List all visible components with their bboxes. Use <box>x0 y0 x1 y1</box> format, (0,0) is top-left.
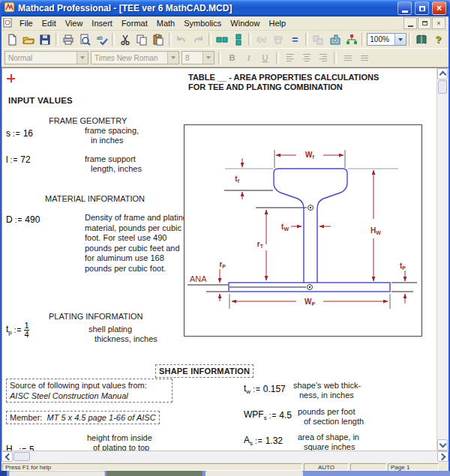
auto-mode-indicator: AUTO <box>304 463 349 471</box>
heading-input-values[interactable]: INPUT VALUES <box>8 96 73 105</box>
source-note-region[interactable]: Source of following input values from: A… <box>6 379 172 403</box>
horizontal-scrollbar[interactable] <box>2 451 448 463</box>
maximize-button[interactable] <box>415 1 429 15</box>
style-dropdown-button[interactable] <box>76 52 88 64</box>
mathconnex-icon <box>346 34 358 46</box>
font-size-value: 8 <box>185 54 190 62</box>
font-select[interactable]: Times New Roman <box>91 51 179 64</box>
open-file-button[interactable] <box>20 32 36 47</box>
copy-icon <box>136 34 148 46</box>
menu-edit[interactable]: Edit <box>38 18 61 28</box>
math-region-tw[interactable]: tw :=0.157 <box>244 383 286 395</box>
spell-check-button[interactable]: ab <box>94 32 110 47</box>
text-region[interactable]: frame spacing,in inches <box>85 126 139 145</box>
heading-shape-information[interactable]: SHAPE INFORMATION <box>155 364 254 378</box>
new-file-button[interactable] <box>4 32 20 47</box>
print-button[interactable] <box>61 32 76 47</box>
menu-format[interactable]: Format <box>117 18 152 28</box>
align-across-button[interactable] <box>214 32 230 47</box>
bullet-list-button[interactable] <box>340 51 355 64</box>
text-region[interactable]: shape's web thick-ness, in inches <box>293 381 361 400</box>
status-message: Press F1 for help <box>2 463 302 471</box>
help-button[interactable]: ? <box>430 32 446 47</box>
math-region-As[interactable]: As :=1.32 <box>244 435 283 447</box>
text-region[interactable]: area of shape, insquare inches <box>298 433 359 451</box>
paste-button[interactable] <box>150 32 166 47</box>
scroll-down-button[interactable] <box>437 439 448 451</box>
font-dropdown-button[interactable] <box>167 52 178 64</box>
vertical-scrollbar[interactable] <box>436 68 448 451</box>
font-size-select[interactable]: 8 <box>182 51 214 64</box>
italic-button[interactable]: I <box>242 51 256 64</box>
calculate-button[interactable]: = <box>287 32 303 47</box>
heading-frame-geometry[interactable]: FRAME GEOMETRY <box>49 116 127 125</box>
font-size-dropdown-button[interactable] <box>202 52 214 64</box>
align-right-button[interactable] <box>316 51 330 64</box>
vertical-scroll-thumb[interactable] <box>438 80 447 94</box>
taskbar-button-1[interactable] <box>9 471 105 476</box>
window-title: Mathcad Professional - [TEE ver 6 MathCA… <box>18 3 394 13</box>
toolbar-separator <box>248 33 251 46</box>
scroll-up-button[interactable] <box>437 68 448 79</box>
resize-grip[interactable] <box>440 463 448 471</box>
menu-math[interactable]: Math <box>152 18 179 28</box>
text-region[interactable]: frame supportlength, inches <box>85 154 142 174</box>
bold-button[interactable]: B <box>225 51 239 64</box>
child-restore-button[interactable] <box>418 17 431 29</box>
close-button[interactable]: × <box>432 1 446 15</box>
undo-button[interactable] <box>174 32 190 47</box>
text-region[interactable]: pounds per footof section length <box>298 407 364 427</box>
numbered-list-button[interactable] <box>357 51 371 64</box>
zoom-dropdown-button[interactable] <box>394 34 406 45</box>
scroll-left-button[interactable] <box>2 451 13 462</box>
menu-view[interactable]: View <box>61 18 88 28</box>
copy-button[interactable] <box>134 32 149 47</box>
mathconnex-button[interactable] <box>344 32 359 47</box>
math-region-Hw[interactable]: Hw :=5 <box>6 444 34 451</box>
align-left-button[interactable] <box>283 51 297 64</box>
text-region[interactable]: shell platingthickness, inches <box>88 325 158 344</box>
insert-function-button[interactable]: f(x) <box>254 32 269 47</box>
align-down-button[interactable] <box>230 32 246 47</box>
toolbar-separator <box>334 52 337 64</box>
minimize-button[interactable] <box>398 1 412 15</box>
menu-insert[interactable]: Insert <box>87 18 117 28</box>
child-minimize-button[interactable] <box>404 17 417 29</box>
menu-help[interactable]: Help <box>264 18 290 28</box>
redo-button[interactable] <box>190 32 206 47</box>
save-button[interactable] <box>37 32 52 47</box>
scroll-right-button[interactable] <box>437 451 448 462</box>
heading-plating-information[interactable]: PLATING INFORMATION <box>49 312 143 321</box>
resource-center-button[interactable] <box>413 32 429 47</box>
insert-unit-button[interactable] <box>270 32 286 47</box>
worksheet[interactable]: TABLE __ - AREA PROPERTIES CALCULATIONS … <box>2 67 448 451</box>
zoom-select[interactable]: 100% <box>367 33 406 46</box>
align-down-icon <box>232 34 244 46</box>
taskbar-button-2[interactable] <box>106 471 202 476</box>
math-region-tp[interactable]: tp := 14 <box>6 322 29 339</box>
math-region-D[interactable]: D:=490 <box>6 214 40 225</box>
horizontal-scroll-thumb[interactable] <box>14 452 30 461</box>
math-region-l[interactable]: l:=72 <box>6 154 31 165</box>
menu-window[interactable]: Window <box>226 18 264 28</box>
math-region-WPFs[interactable]: WPFs :=4.5 <box>244 409 292 421</box>
text-region[interactable]: Density of frame and plating material, p… <box>85 213 188 274</box>
text-region[interactable]: height from insideof plating to top <box>87 433 152 451</box>
math-region-s[interactable]: s:=16 <box>6 128 33 139</box>
style-select[interactable]: Normal <box>4 51 88 64</box>
taskbar <box>0 471 450 476</box>
insert-component-button[interactable] <box>310 32 326 47</box>
measuring-cup-icon <box>272 34 284 46</box>
child-close-button[interactable]: × <box>432 17 446 29</box>
member-note-region[interactable]: Member: MT 5 x 4.5 page 1-66 of AISC <box>6 411 160 424</box>
print-preview-button[interactable] <box>77 32 93 47</box>
cut-button[interactable] <box>117 32 133 47</box>
align-center-button[interactable] <box>299 51 314 64</box>
table-title[interactable]: TABLE __ - AREA PROPERTIES CALCULATIONS … <box>188 73 379 91</box>
taskbar-button-3[interactable] <box>206 471 303 476</box>
menu-file[interactable]: File <box>15 18 38 28</box>
menu-symbolics[interactable]: Symbolics <box>179 18 226 28</box>
wizard-button[interactable] <box>327 32 343 47</box>
underline-button[interactable]: U <box>258 51 272 64</box>
heading-material-information[interactable]: MATERIAL INFORMATION <box>45 194 145 203</box>
